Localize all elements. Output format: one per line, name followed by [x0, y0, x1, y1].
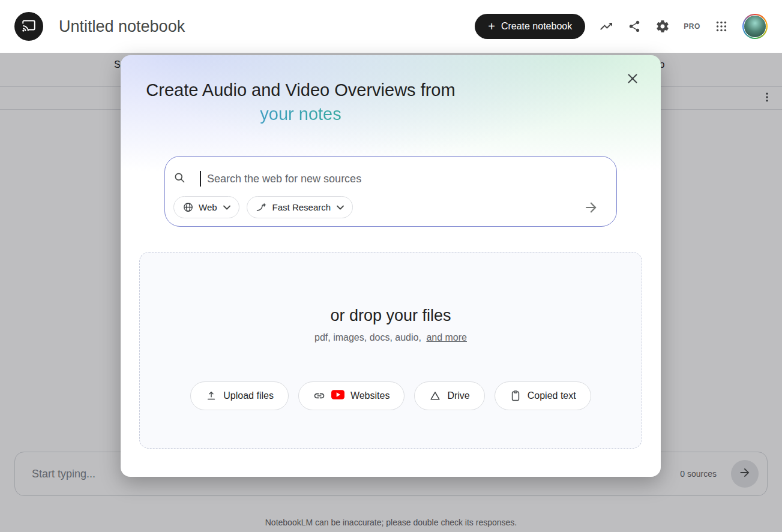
- avatar-image: [744, 15, 766, 38]
- modal-title-line1: Create Audio and Video Overviews from: [121, 78, 481, 102]
- websites-label: Websites: [350, 390, 390, 401]
- globe-icon: [182, 202, 194, 213]
- research-mode-dropdown[interactable]: Fast Research: [247, 196, 353, 218]
- notebook-title[interactable]: Untitled notebook: [59, 17, 185, 36]
- upload-files-label: Upload files: [223, 390, 274, 401]
- search-box: Web Fast Research: [164, 156, 617, 227]
- web-source-dropdown[interactable]: Web: [173, 196, 239, 218]
- text-caret: [200, 171, 201, 187]
- research-dropdown-label: Fast Research: [272, 202, 331, 212]
- copied-text-button[interactable]: Copied text: [495, 381, 591, 410]
- submit-arrow-icon[interactable]: [583, 199, 600, 216]
- create-sources-modal: Create Audio and Video Overviews from yo…: [121, 55, 661, 477]
- close-icon[interactable]: [625, 71, 642, 88]
- drive-label: Drive: [447, 390, 469, 401]
- pro-badge: PRO: [684, 22, 700, 31]
- app-header: Untitled notebook + Create notebook PRO: [0, 0, 782, 53]
- header-left: Untitled notebook: [14, 12, 185, 41]
- search-options-row: Web Fast Research: [173, 196, 604, 218]
- drive-icon: [429, 390, 441, 402]
- chevron-down-icon: [337, 205, 344, 210]
- share-icon[interactable]: [627, 19, 642, 34]
- analytics-icon[interactable]: [599, 19, 613, 34]
- apps-grid-icon[interactable]: [714, 19, 729, 34]
- cast-waves-icon: [21, 17, 37, 35]
- websites-button[interactable]: Websites: [298, 381, 405, 410]
- notebooklm-logo[interactable]: [14, 12, 43, 41]
- create-notebook-label: Create notebook: [501, 21, 572, 32]
- create-notebook-button[interactable]: + Create notebook: [475, 14, 585, 39]
- clipboard-icon: [510, 390, 522, 402]
- upload-files-button[interactable]: Upload files: [190, 381, 289, 410]
- upload-icon: [205, 390, 217, 402]
- web-dropdown-label: Web: [199, 202, 217, 212]
- and-more-link[interactable]: and more: [426, 332, 467, 342]
- search-icon: [173, 172, 185, 186]
- chevron-down-icon: [223, 205, 230, 210]
- dropzone-subtext: pdf, images, docs, audio, and more: [140, 332, 642, 343]
- avatar[interactable]: [742, 14, 768, 39]
- drive-button[interactable]: Drive: [414, 381, 484, 410]
- dropzone-buttons: Upload files Websites Drive: [140, 381, 642, 410]
- file-dropzone[interactable]: or drop your files pdf, images, docs, au…: [139, 252, 642, 449]
- modal-title-line2: your notes: [121, 102, 481, 126]
- search-row: [173, 167, 604, 190]
- copied-text-label: Copied text: [528, 390, 576, 401]
- settings-gear-icon[interactable]: [655, 19, 670, 34]
- header-right: + Create notebook PRO: [475, 14, 768, 39]
- youtube-icon: [331, 390, 344, 402]
- file-types-text: pdf, images, docs, audio,: [314, 332, 421, 342]
- plus-icon: +: [488, 20, 495, 32]
- modal-title: Create Audio and Video Overviews from yo…: [121, 78, 481, 126]
- search-input[interactable]: [207, 173, 604, 185]
- fast-research-icon: [256, 202, 268, 214]
- link-icon: [313, 390, 325, 402]
- dropzone-heading: or drop your files: [140, 306, 642, 325]
